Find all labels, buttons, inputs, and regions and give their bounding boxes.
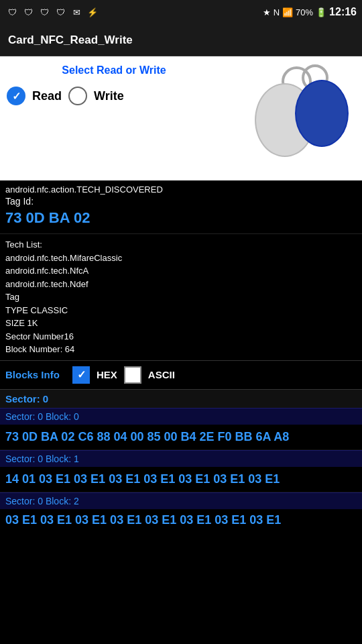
- status-icons-right: ★ N 📶 70% 🔋 12:16: [263, 6, 357, 18]
- shield-icon-2: 🛡: [21, 5, 35, 19]
- nfc-data: android.nfc.action.TECH_DISCOVERED Tag I…: [0, 180, 362, 233]
- app-title: Card_NFC_Read_Write: [8, 34, 133, 47]
- shield-icon-3: 🛡: [38, 5, 51, 19]
- tech-line-5: TYPE CLASSIC: [5, 304, 357, 317]
- write-label: Write: [94, 89, 124, 103]
- shield-icon-4: 🛡: [54, 5, 67, 19]
- tech-line-4: Tag: [5, 290, 357, 304]
- tag-id-label: Tag Id:: [5, 196, 357, 207]
- block-2-data-partial: 03 E1 03 E1 03 E1 03 E1 03 E1 03 E1 03 E…: [0, 509, 362, 536]
- tech-line-8: Block Number: 64: [5, 343, 357, 356]
- read-label: Read: [32, 89, 62, 103]
- rw-section: Select Read or Write Read Write: [0, 56, 362, 180]
- tech-line-1: android.nfc.tech.MifareClassic: [5, 252, 357, 265]
- ascii-checkbox[interactable]: [124, 366, 141, 384]
- status-bar: 🛡 🛡 🛡 🛡 ✉ ⚡ ★ N 📶 70% 🔋 12:16: [0, 0, 362, 24]
- block-0-data: 73 0D BA 02 C6 88 04 00 85 00 B4 2E F0 B…: [0, 425, 362, 450]
- nfc-icon: N: [274, 7, 280, 17]
- nfc-action: android.nfc.action.TECH_DISCOVERED: [5, 184, 357, 195]
- nfc-image: [241, 63, 355, 170]
- status-time: 12:16: [329, 6, 357, 18]
- block-2-header: Sector: 0 Block: 2: [0, 492, 362, 509]
- blocks-info-label: Blocks Info: [5, 369, 66, 380]
- rw-select-label: Select Read or Write: [0, 64, 228, 76]
- tech-line-3: android.nfc.tech.Ndef: [5, 278, 357, 291]
- hex-label: HEX: [97, 369, 117, 380]
- email-icon: ✉: [70, 5, 83, 19]
- bluetooth-icon: ★: [263, 7, 271, 17]
- tech-section: Tech List: android.nfc.tech.MifareClassi…: [0, 233, 362, 360]
- keyfob-body2: [295, 80, 349, 147]
- title-bar: Card_NFC_Read_Write: [0, 24, 362, 56]
- tech-line-7: Sector Number16: [5, 330, 357, 343]
- status-icons-left: 🛡 🛡 🛡 🛡 ✉ ⚡: [5, 5, 99, 19]
- tech-line-0: Tech List:: [5, 238, 357, 252]
- tech-line-2: android.nfc.tech.NfcA: [5, 264, 357, 278]
- tag-id-value: 73 0D BA 02: [5, 207, 357, 229]
- usb-icon: ⚡: [86, 5, 99, 19]
- write-radio[interactable]: [68, 87, 87, 105]
- tech-line-6: SIZE 1K: [5, 317, 357, 330]
- block-1-header: Sector: 0 Block: 1: [0, 450, 362, 467]
- rw-controls: Read Write: [7, 87, 124, 105]
- ascii-label: ASCII: [148, 369, 175, 380]
- blocks-info-section: Blocks Info ✓ HEX ASCII: [0, 360, 362, 389]
- signal-icon: 📶: [282, 7, 293, 17]
- read-radio[interactable]: [7, 87, 25, 105]
- keyfob-container: [241, 63, 355, 170]
- battery-percent: 70%: [296, 7, 313, 17]
- sector-0-header: Sector: 0: [0, 389, 362, 408]
- block-0-header: Sector: 0 Block: 0: [0, 408, 362, 425]
- battery-icon: 🔋: [316, 7, 326, 17]
- shield-icon-1: 🛡: [5, 5, 19, 19]
- block-1-data: 14 01 03 E1 03 E1 03 E1 03 E1 03 E1 03 E…: [0, 467, 362, 492]
- hex-checkbox[interactable]: ✓: [72, 366, 90, 384]
